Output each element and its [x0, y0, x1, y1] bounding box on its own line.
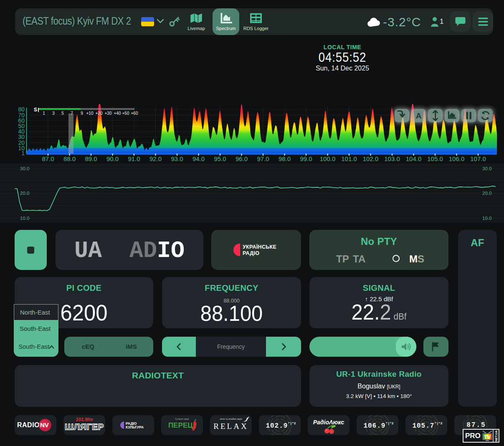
svg-text:100.0: 100.0	[320, 155, 336, 162]
svg-text:7: 7	[71, 111, 73, 116]
svg-text:+40: +40	[114, 111, 121, 116]
svg-text:95.0: 95.0	[214, 155, 226, 162]
svg-text:96.0: 96.0	[236, 155, 248, 162]
svg-text:+60: +60	[131, 111, 138, 116]
svg-text:+30: +30	[105, 111, 112, 116]
svg-text:104.0: 104.0	[406, 155, 422, 162]
svg-text:1: 1	[43, 111, 45, 116]
svg-text:107.0: 107.0	[470, 155, 486, 162]
svg-text:92.0: 92.0	[149, 155, 162, 162]
svg-text:98.0: 98.0	[279, 155, 291, 162]
svg-text:+20: +20	[96, 111, 103, 116]
svg-text:88.0: 88.0	[63, 155, 76, 162]
svg-text:87.0: 87.0	[42, 155, 54, 162]
svg-text:94.0: 94.0	[192, 155, 205, 162]
svg-text:5: 5	[61, 111, 64, 116]
svg-text:90.0: 90.0	[106, 155, 119, 162]
svg-text:NET.UA: NET.UA	[494, 430, 498, 442]
svg-text:+50: +50	[122, 111, 129, 116]
svg-text:102.0: 102.0	[363, 155, 379, 162]
svg-text:+10: +10	[86, 111, 94, 116]
svg-text:103.0: 103.0	[384, 155, 400, 162]
svg-text:99.0: 99.0	[300, 155, 312, 162]
svg-text:106.0: 106.0	[449, 155, 465, 162]
svg-text:93.0: 93.0	[171, 155, 183, 162]
svg-text:101.0: 101.0	[341, 155, 357, 162]
svg-text:9: 9	[81, 111, 83, 116]
svg-text:97.0: 97.0	[257, 155, 269, 162]
svg-text:S: S	[34, 107, 37, 113]
svg-text:91.0: 91.0	[128, 155, 140, 162]
svg-text:80: 80	[18, 106, 25, 113]
svg-text:3: 3	[52, 111, 55, 116]
svg-text:89.0: 89.0	[85, 155, 97, 162]
svg-text:105.0: 105.0	[427, 155, 443, 162]
svg-text:A: A	[416, 111, 422, 120]
svg-text:TV: TV	[484, 434, 491, 440]
